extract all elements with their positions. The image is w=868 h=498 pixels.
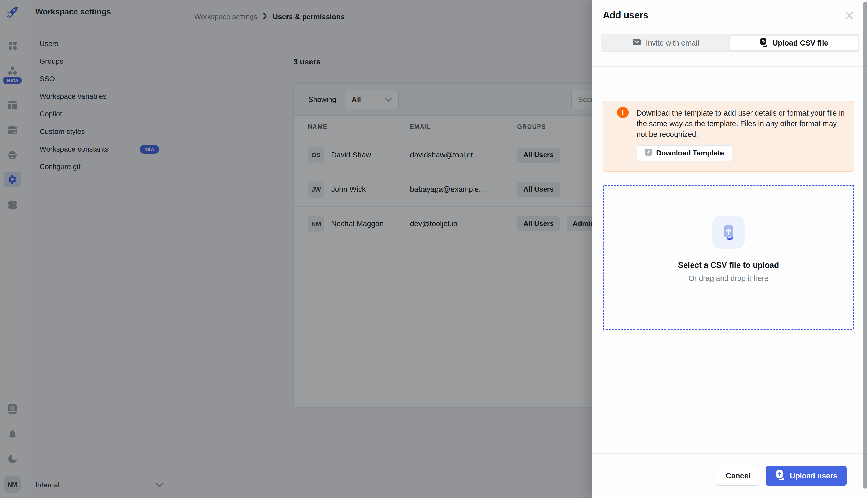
tab-label: Invite with email [646, 39, 699, 47]
dropzone-title: Select a CSV file to upload [604, 261, 853, 270]
cancel-button[interactable]: Cancel [717, 466, 759, 486]
upload-users-label: Upload users [790, 472, 837, 480]
scrollbar-thumb[interactable] [863, 2, 867, 489]
tab-invite-with-email[interactable]: Invite with email [602, 35, 730, 51]
upload-users-button[interactable]: Upload users [766, 466, 846, 486]
download-template-label: Download Template [656, 149, 724, 157]
divider [592, 66, 868, 67]
drawer-footer: Cancel Upload users [592, 453, 868, 498]
download-icon [645, 149, 652, 158]
csv-dropzone[interactable]: Select a CSV file to upload Or drag and … [603, 185, 854, 330]
modal-backdrop[interactable] [0, 0, 592, 498]
close-icon[interactable] [843, 9, 856, 22]
mail-icon [633, 38, 641, 48]
drawer-title: Add users [603, 10, 648, 21]
info-icon: i [617, 107, 628, 118]
tab-upload-csv-file[interactable]: Upload CSV file [730, 35, 858, 51]
file-upload-icon [713, 216, 745, 249]
csv-template-banner: i Download the template to add user deta… [603, 101, 854, 172]
file-upload-icon [759, 38, 768, 49]
file-upload-icon [775, 470, 785, 482]
add-users-drawer: Add users Invite with email Uplo [592, 0, 868, 498]
cancel-label: Cancel [726, 472, 750, 480]
add-users-tabs: Invite with email Upload CSV file [601, 34, 859, 52]
tab-label: Upload CSV file [772, 39, 828, 47]
banner-text: Download the template to add user detail… [637, 108, 846, 140]
app-root: Beta [0, 0, 868, 498]
download-template-button[interactable]: Download Template [637, 145, 732, 161]
dropzone-subtitle: Or drag and drop it here [604, 274, 853, 283]
